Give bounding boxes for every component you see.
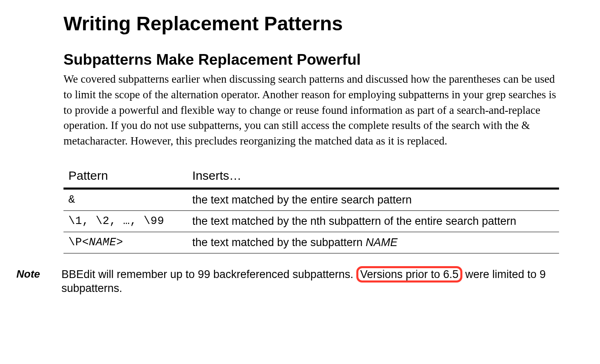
highlighted-text: Versions prior to 6.5 — [356, 266, 462, 283]
patterns-table: Pattern Inserts… & the text matched by t… — [63, 165, 559, 253]
col-header-pattern: Pattern — [63, 165, 188, 189]
col-header-inserts: Inserts… — [188, 165, 559, 189]
table-row: \P<NAME> the text matched by the subpatt… — [63, 232, 559, 253]
inserts-cell: the text matched by the subpattern NAME — [188, 232, 559, 253]
intro-paragraph: We covered subpatterns earlier when disc… — [63, 72, 559, 149]
pattern-cell: & — [63, 188, 188, 210]
inserts-cell: the text matched by the nth subpattern o… — [188, 210, 559, 232]
table-row: & the text matched by the entire search … — [63, 188, 559, 210]
pattern-cell: \P<NAME> — [63, 232, 188, 253]
table-row: \1, \2, …, \99 the text matched by the n… — [63, 210, 559, 232]
note-text: BBEdit will remember up to 99 backrefere… — [61, 268, 559, 296]
note-block: Note BBEdit will remember up to 99 backr… — [16, 268, 559, 296]
table-header-row: Pattern Inserts… — [63, 165, 559, 189]
page-title: Writing Replacement Patterns — [63, 12, 559, 35]
inserts-cell: the text matched by the entire search pa… — [188, 188, 559, 210]
note-label: Note — [16, 268, 49, 280]
pattern-cell: \1, \2, …, \99 — [63, 210, 188, 232]
section-heading: Subpatterns Make Replacement Powerful — [63, 51, 559, 68]
